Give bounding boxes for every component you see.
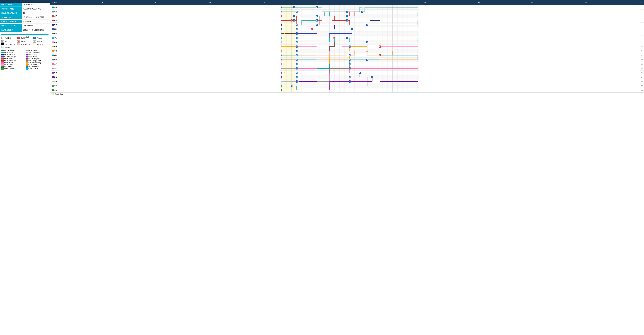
pit-label-eo: P	[367, 42, 368, 43]
key-label: Accident	[5, 37, 11, 39]
driver-color-indicator	[52, 46, 54, 47]
driver-color-swatch	[2, 50, 4, 51]
pit-label-fa: P	[349, 76, 350, 78]
driver-legend: LH: L HamiltonVB: V BottasDR: D Ricciard…	[2, 49, 48, 70]
info-value: 17:10 Local - 13:10 GMT	[22, 15, 45, 19]
driver-color-indicator	[52, 41, 54, 43]
info-value: YAS MARINA CIRCUIT	[22, 7, 44, 11]
driver-row-label: MV	[50, 27, 59, 31]
driver-name: SV: S Vettel	[4, 58, 12, 59]
driver-start-sv	[281, 15, 282, 17]
accident-star-icon: ★	[284, 32, 285, 34]
lap-header-area: 1510152025303540455055	[59, 0, 640, 5]
pit-label-mv: P	[352, 28, 353, 30]
driver-color-indicator	[52, 15, 54, 17]
driver-start-lh	[281, 6, 282, 8]
driver-color-swatch	[26, 64, 28, 66]
position-label: 11	[640, 49, 644, 53]
info-label: CIRCUIT NAME:	[0, 7, 22, 11]
info-row: RACE DATE:25 NOV 2018	[0, 3, 50, 7]
race-chart-svg: ★★★PPPPPPPPPMMPPPPPPPPPMPPPMPPMPPPPPPPPP…	[59, 5, 640, 92]
driver-abbr-label: KM	[54, 59, 57, 61]
info-value: 305.355KM	[22, 24, 34, 28]
lap-number-label: 40	[478, 1, 480, 3]
driver-legend-item: FA: F Alonso	[26, 49, 48, 51]
driver-color-indicator	[52, 89, 54, 91]
safety-car-legend: Safety Car	[50, 92, 644, 96]
driver-legend-item: DR: D Ricciardo	[2, 54, 24, 56]
pit-label-ss: P	[291, 85, 292, 87]
driver-name: NH: N Hulkenberg	[28, 62, 41, 63]
driver-legend-item: ME: M Ericsson	[26, 66, 48, 68]
position-label-column: 1234567891011121314151617181920	[640, 5, 644, 92]
safety-car-swatch	[51, 93, 54, 95]
pit-label-sp: P	[296, 63, 297, 65]
info-label: RACE DATE:	[0, 3, 22, 6]
key-swatch	[2, 46, 4, 48]
driver-color-swatch	[26, 66, 28, 68]
lap-number-label: 20	[263, 1, 264, 3]
grid-label: Grid	[50, 0, 59, 5]
driver-color-indicator	[52, 72, 54, 73]
driver-name: KR: K Raikkonen	[4, 60, 16, 61]
driver-start-me	[281, 54, 282, 56]
pit-label-vb: P	[316, 20, 317, 21]
info-value: 1:40.279 - S Vettel [2009]	[22, 28, 46, 32]
info-row: NUMBER OF LAPS:55	[0, 11, 50, 15]
key-label: Black Flagged	[5, 43, 15, 45]
pit-label-kr: P	[316, 15, 317, 17]
pit-label-me: P	[367, 59, 368, 61]
driver-color-swatch	[26, 50, 28, 51]
info-row: CIRCUIT LENGTH:5.554KM	[0, 19, 50, 24]
pit-label-bh: P	[349, 81, 350, 82]
main-container: RACE DATE:25 NOV 2018CIRCUIT NAME:YAS MA…	[0, 0, 644, 96]
penalty-label: Pe	[366, 50, 368, 52]
driver-color-swatch	[26, 68, 28, 70]
driver-color-swatch	[26, 54, 28, 55]
position-label: 12	[640, 53, 644, 57]
driver-color-indicator	[52, 11, 54, 12]
pit-label-sp: P	[349, 68, 350, 69]
key-swatch: Pe	[17, 40, 20, 42]
lap-number-label: 55	[639, 1, 641, 3]
driver-name: ME: M Ericsson	[28, 66, 39, 68]
driver-color-indicator	[52, 59, 54, 60]
pit-label-dr: P	[367, 24, 368, 26]
pit-label-me: P	[349, 59, 350, 61]
pit-label-cl: P	[346, 37, 348, 39]
driver-row-label: SS	[50, 84, 59, 88]
position-label: 15	[640, 66, 644, 71]
driver-legend-item: LS: L Stroll	[2, 66, 24, 68]
key-item: ★Accident	[2, 36, 17, 40]
driver-color-swatch	[2, 68, 4, 70]
key-section: ★AccidentMMechanical failurePPit stop◎Sp…	[0, 32, 50, 71]
key-swatch: M	[17, 37, 20, 39]
driver-legend-item: SD: S Vandoorne	[26, 51, 48, 54]
driver-color-swatch	[2, 58, 4, 59]
driver-color-indicator	[52, 50, 54, 52]
driver-color-swatch	[26, 56, 28, 57]
svg-area: ★★★PPPPPPPPPMMPPPPPPPPPMPPPMPPMPPPPPPPPP…	[59, 5, 640, 92]
driver-start-ss	[281, 85, 282, 87]
pit-label-cs: P	[296, 50, 297, 52]
driver-legend-item: BH: B Hartley	[26, 56, 48, 58]
driver-name: LH: L Hamilton	[4, 50, 14, 51]
pit-label-bh: P	[296, 72, 297, 74]
driver-row-label: ME	[50, 53, 59, 57]
key-label: Safety Car	[37, 43, 44, 45]
driver-row-label: RG	[50, 31, 59, 36]
key-label: Mechanical failure	[21, 36, 32, 40]
pit-label-sv: P	[294, 15, 294, 17]
position-label: 10	[640, 44, 644, 49]
pit-label-pg: P	[296, 76, 297, 78]
driver-start-kr	[281, 20, 282, 21]
position-label: 19	[640, 84, 644, 88]
pit-label-pg: P	[372, 76, 373, 78]
pit-label-lh: P	[294, 7, 294, 8]
driver-color-indicator	[52, 28, 54, 30]
driver-color-indicator	[52, 81, 54, 82]
info-row: START TIME17:10 Local - 13:10 GMT	[0, 15, 50, 19]
driver-abbr-label: SP	[54, 63, 57, 65]
driver-start-cs	[281, 50, 282, 52]
key-label: Lapped	[5, 46, 10, 48]
